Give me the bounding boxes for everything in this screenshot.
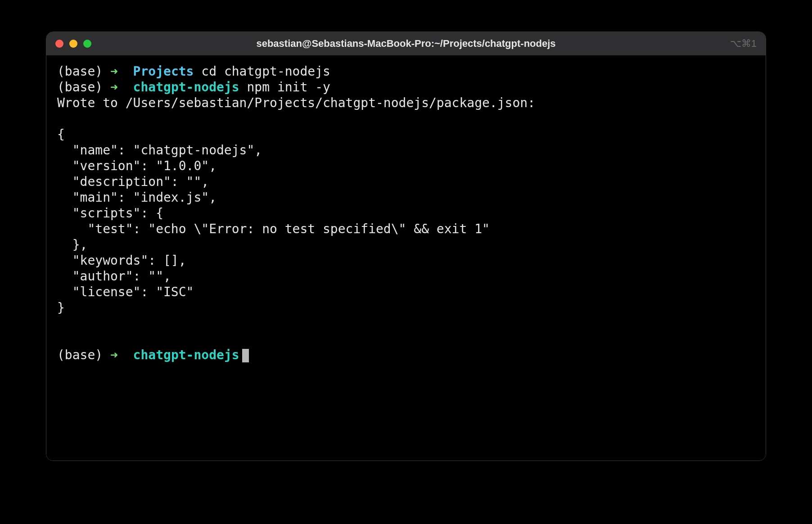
prompt-line[interactable]: (base) ➜ chatgpt-nodejs	[57, 347, 755, 363]
output-line: "test": "echo \"Error: no test specified…	[57, 221, 755, 237]
prompt-line: (base) ➜ Projects cd chatgpt-nodejs	[57, 63, 755, 79]
maximize-icon[interactable]	[83, 40, 91, 48]
env-name: (base)	[57, 348, 103, 362]
output-line: "version": "1.0.0",	[57, 158, 755, 174]
output-line: }	[57, 300, 755, 316]
prompt-arrow-icon: ➜	[110, 348, 118, 362]
output-line: {	[57, 126, 755, 142]
prompt-line: (base) ➜ chatgpt-nodejs npm init -y	[57, 79, 755, 95]
output-line: "scripts": {	[57, 205, 755, 221]
terminal-window: sebastian@Sebastians-MacBook-Pro:~/Proje…	[46, 32, 766, 461]
close-icon[interactable]	[55, 40, 63, 48]
output-line: "license": "ISC"	[57, 284, 755, 300]
terminal-body[interactable]: (base) ➜ Projects cd chatgpt-nodejs (bas…	[46, 55, 766, 461]
prompt-arrow-icon: ➜	[110, 80, 118, 95]
command-text: cd chatgpt-nodejs	[201, 64, 330, 79]
env-name: (base)	[57, 64, 103, 79]
output-line: "description": "",	[57, 174, 755, 190]
env-name: (base)	[57, 80, 103, 95]
traffic-lights	[55, 40, 91, 48]
shortcut-hint: ⌥⌘1	[730, 38, 757, 50]
output-line: "keywords": [],	[57, 253, 755, 268]
blank-line	[57, 316, 755, 331]
blank-line	[57, 111, 755, 126]
current-dir: chatgpt-nodejs	[133, 80, 239, 95]
command-text: npm init -y	[247, 80, 330, 95]
prompt-arrow-icon: ➜	[110, 64, 118, 79]
output-line: "author": "",	[57, 268, 755, 284]
output-line: "main": "index.js",	[57, 190, 755, 205]
titlebar[interactable]: sebastian@Sebastians-MacBook-Pro:~/Proje…	[46, 32, 766, 55]
cursor-icon	[242, 349, 249, 362]
window-title: sebastian@Sebastians-MacBook-Pro:~/Proje…	[46, 38, 766, 50]
blank-line	[57, 331, 755, 347]
output-line: Wrote to /Users/sebastian/Projects/chatg…	[57, 95, 755, 111]
output-line: "name": "chatgpt-nodejs",	[57, 142, 755, 158]
current-dir: Projects	[133, 64, 194, 79]
minimize-icon[interactable]	[69, 40, 77, 48]
output-line: },	[57, 237, 755, 253]
current-dir: chatgpt-nodejs	[133, 348, 239, 362]
